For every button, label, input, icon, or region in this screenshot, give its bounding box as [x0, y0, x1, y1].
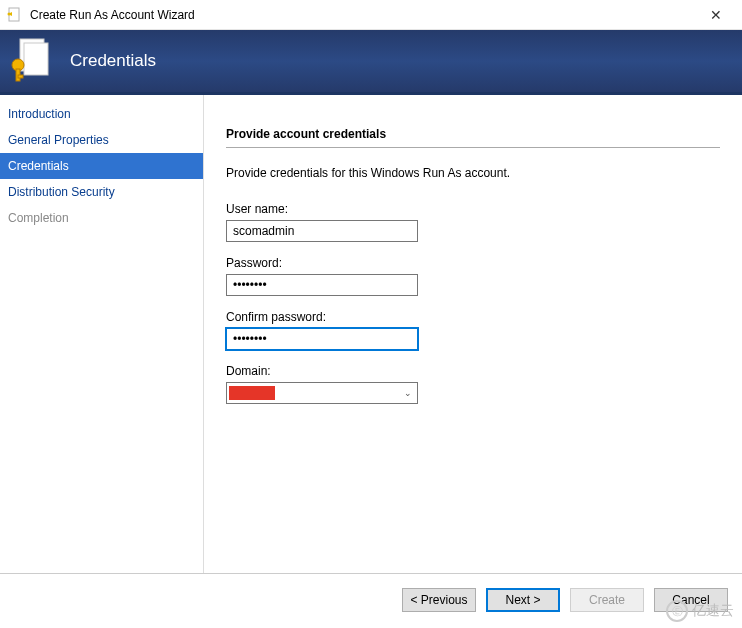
username-input[interactable]: [226, 220, 418, 242]
confirm-password-input[interactable]: [226, 328, 418, 350]
chevron-down-icon: ⌄: [399, 388, 417, 398]
watermark: Ⓔ 亿速云: [666, 600, 734, 622]
wizard-icon: [6, 7, 22, 23]
sidebar-item-distribution-security[interactable]: Distribution Security: [0, 179, 203, 205]
password-group: Password:: [226, 256, 720, 296]
sidebar-item-completion[interactable]: Completion: [0, 205, 203, 231]
window-title: Create Run As Account Wizard: [30, 8, 195, 22]
next-button[interactable]: Next >: [486, 588, 560, 612]
password-label: Password:: [226, 256, 720, 270]
svg-rect-6: [18, 75, 23, 78]
username-group: User name:: [226, 202, 720, 242]
sidebar-item-general-properties[interactable]: General Properties: [0, 127, 203, 153]
domain-label: Domain:: [226, 364, 720, 378]
credentials-icon: [10, 37, 52, 85]
confirm-password-group: Confirm password:: [226, 310, 720, 350]
titlebar: Create Run As Account Wizard ✕: [0, 0, 742, 30]
watermark-text: 亿速云: [692, 602, 734, 620]
password-input[interactable]: [226, 274, 418, 296]
close-button[interactable]: ✕: [696, 1, 736, 29]
domain-group: Domain: ⌄: [226, 364, 720, 404]
banner: Credentials: [0, 30, 742, 95]
domain-value: [227, 383, 399, 403]
confirm-password-label: Confirm password:: [226, 310, 720, 324]
domain-redacted: [229, 386, 275, 400]
footer: < Previous Next > Create Cancel: [0, 573, 742, 625]
banner-title: Credentials: [70, 51, 156, 71]
sidebar-item-credentials[interactable]: Credentials: [0, 153, 203, 179]
sidebar: Introduction General Properties Credenti…: [0, 95, 204, 573]
create-button: Create: [570, 588, 644, 612]
username-label: User name:: [226, 202, 720, 216]
previous-button[interactable]: < Previous: [402, 588, 476, 612]
svg-point-1: [8, 12, 11, 15]
watermark-icon: Ⓔ: [666, 600, 688, 622]
close-icon: ✕: [710, 7, 722, 23]
domain-combobox[interactable]: ⌄: [226, 382, 418, 404]
instruction-text: Provide credentials for this Windows Run…: [226, 166, 720, 180]
sidebar-item-introduction[interactable]: Introduction: [0, 101, 203, 127]
body: Introduction General Properties Credenti…: [0, 95, 742, 573]
section-heading: Provide account credentials: [226, 127, 720, 148]
content-area: Provide account credentials Provide cred…: [204, 95, 742, 573]
svg-rect-3: [24, 43, 48, 75]
